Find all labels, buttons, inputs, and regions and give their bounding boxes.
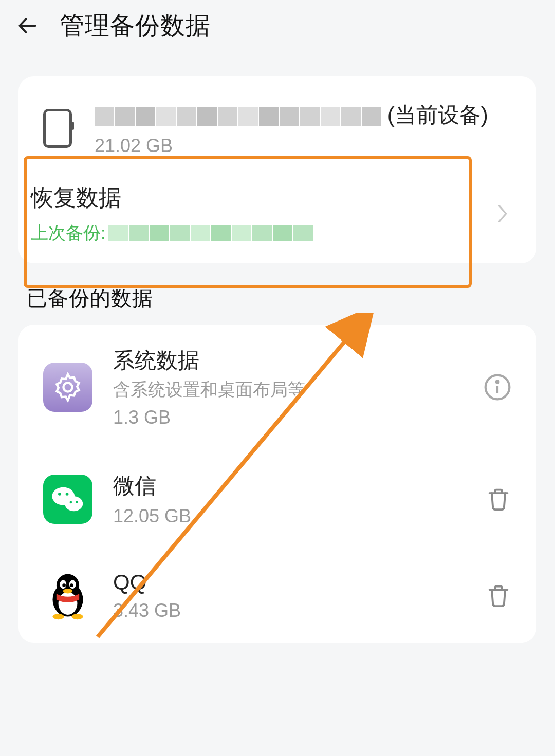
back-button[interactable] — [15, 13, 40, 38]
svg-point-4 — [496, 381, 499, 383]
app-size: 3.43 GB — [113, 600, 465, 621]
svg-point-17 — [70, 583, 73, 587]
device-name: (当前设备) — [95, 101, 512, 130]
restore-last-backup: 上次备份: — [31, 221, 495, 245]
apps-list-card: 系统数据 含系统设置和桌面布局等 1.3 GB 微信 12.05 GB — [18, 325, 536, 643]
svg-point-20 — [71, 614, 83, 619]
svg-point-19 — [52, 614, 64, 619]
trash-icon[interactable] — [485, 582, 512, 609]
app-desc: 含系统设置和桌面布局等 — [113, 378, 462, 402]
device-suffix: (当前设备) — [381, 103, 488, 127]
svg-point-7 — [58, 493, 61, 496]
settings-app-icon — [43, 363, 92, 412]
svg-point-16 — [62, 583, 66, 587]
app-name: 微信 — [113, 471, 465, 500]
device-card: (当前设备) 21.02 GB 恢复数据 上次备份: — [18, 76, 536, 263]
info-icon[interactable] — [483, 373, 512, 402]
device-row[interactable]: (当前设备) 21.02 GB — [18, 76, 536, 169]
redacted-backup-time — [108, 225, 313, 241]
svg-point-10 — [76, 501, 78, 503]
redacted-device-name — [95, 107, 381, 126]
app-row-wechat[interactable]: 微信 12.05 GB — [18, 450, 536, 549]
svg-point-9 — [70, 501, 72, 503]
svg-point-8 — [66, 493, 69, 496]
trash-icon[interactable] — [485, 486, 512, 513]
restore-title: 恢复数据 — [31, 183, 495, 213]
phone-icon — [43, 109, 72, 148]
page-title: 管理备份数据 — [60, 9, 211, 42]
section-title: 已备份的数据 — [27, 284, 536, 312]
penguin-icon — [44, 571, 91, 620]
header-bar: 管理备份数据 — [0, 0, 555, 51]
app-name: QQ — [113, 570, 465, 595]
app-row-qq[interactable]: QQ 3.43 GB — [18, 549, 536, 643]
gear-icon — [51, 371, 84, 404]
app-name: 系统数据 — [113, 346, 462, 375]
app-row-system[interactable]: 系统数据 含系统设置和桌面布局等 1.3 GB — [18, 325, 536, 450]
last-backup-prefix: 上次备份: — [31, 221, 105, 245]
svg-point-1 — [63, 383, 72, 391]
qq-app-icon — [43, 571, 92, 620]
app-size: 12.05 GB — [113, 505, 465, 527]
arrow-left-icon — [16, 14, 39, 37]
device-size: 21.02 GB — [95, 135, 512, 157]
svg-point-13 — [59, 592, 78, 614]
app-size: 1.3 GB — [113, 407, 462, 428]
wechat-app-icon — [43, 475, 92, 524]
svg-point-6 — [65, 496, 83, 511]
svg-point-18 — [63, 589, 72, 593]
wechat-icon — [50, 484, 86, 515]
chevron-right-icon — [495, 202, 510, 225]
restore-data-row[interactable]: 恢复数据 上次备份: — [31, 169, 524, 263]
